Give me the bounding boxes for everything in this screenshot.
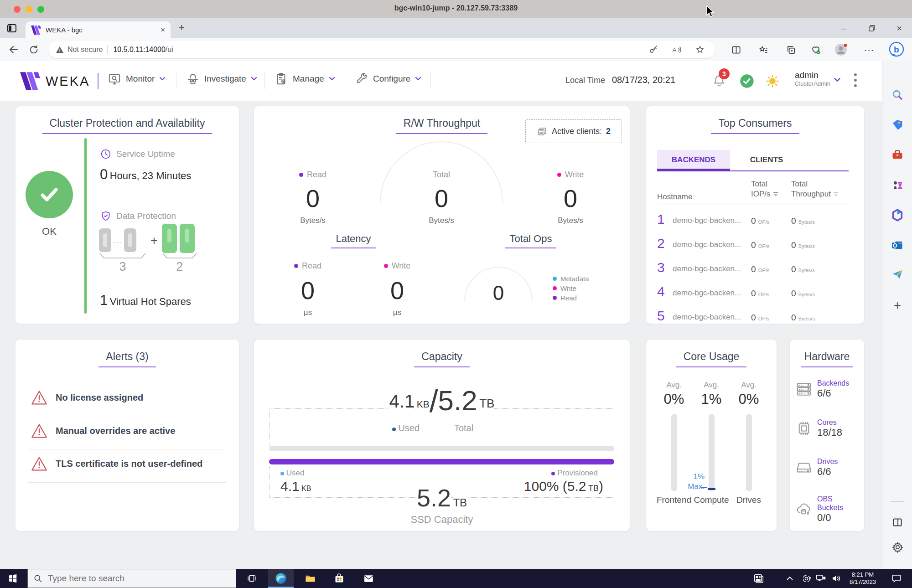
tab-clients[interactable]: CLIENTS <box>730 150 803 170</box>
tab-close-icon[interactable]: × <box>161 26 165 35</box>
nav-divider <box>176 73 176 89</box>
nav-item-configure[interactable]: Configure <box>355 72 421 86</box>
consumer-row[interactable]: 3 demo-bgc-backen... 0 OP/s 0 Bytes/s <box>657 257 849 281</box>
col-unit: Bytes/s <box>276 216 349 225</box>
consumer-row[interactable]: 5 demo-bgc-backen... 0 OP/s 0 Bytes/s <box>657 305 849 330</box>
consumer-row[interactable]: 4 demo-bgc-backen... 0 OP/s 0 Bytes/s <box>657 281 849 305</box>
browser-tab[interactable]: WEKA - bgc × <box>26 21 171 38</box>
tab-strip: WEKA - bgc × + – × <box>0 18 912 38</box>
nav-item-manage[interactable]: Manage <box>275 72 335 86</box>
hardware-item-drives[interactable]: Drives6/6 <box>795 457 838 478</box>
tab-title: WEKA - bgc <box>46 26 161 34</box>
favorites-icon[interactable] <box>757 43 770 56</box>
sidebar-outlook-icon[interactable] <box>890 238 905 253</box>
nav-item-investigate[interactable]: Investigate <box>186 72 257 86</box>
sidebar-panel-toggle-icon[interactable] <box>890 515 905 530</box>
windows-logo-icon <box>8 573 18 583</box>
network-icon[interactable] <box>813 569 829 588</box>
password-key-icon[interactable] <box>648 45 658 55</box>
provisioned-progress-bar <box>269 459 614 464</box>
collections-icon[interactable] <box>784 43 797 56</box>
window-minimize-button[interactable]: – <box>831 18 856 38</box>
theme-toggle-sun-icon[interactable] <box>765 74 780 88</box>
monitor-icon <box>108 72 121 86</box>
user-chevron-down-icon[interactable] <box>834 77 841 83</box>
hardware-item-cores[interactable]: Cores18/18 <box>795 418 842 438</box>
edge-sidebar: + <box>882 61 912 569</box>
tab-actions-menu-icon[interactable] <box>6 23 17 34</box>
hw-label: OBS Buckets <box>817 495 859 512</box>
hardware-item-backends[interactable]: Backends6/6 <box>795 379 849 399</box>
user-menu[interactable]: admin ClusterAdmin <box>795 70 830 87</box>
sidebar-settings-gear-icon[interactable] <box>890 540 905 554</box>
new-tab-button[interactable]: + <box>179 22 185 34</box>
sidebar-m365-icon[interactable] <box>890 208 905 222</box>
volume-icon[interactable] <box>828 569 845 588</box>
search-input[interactable] <box>47 573 230 584</box>
brand-text: WEKA <box>46 74 90 89</box>
microsoft-store-button[interactable] <box>326 569 352 588</box>
hot-spares-row: 1 Virtual Hot Spares <box>100 292 191 309</box>
clock-date: 8/17/2023 <box>845 578 881 586</box>
action-center-icon[interactable] <box>886 569 907 588</box>
mail-button[interactable] <box>356 569 381 588</box>
nav-item-monitor[interactable]: Monitor <box>108 72 166 86</box>
sidebar-search-icon[interactable] <box>890 88 905 102</box>
throughput-total-col: Total 0 Bytes/s <box>405 170 478 225</box>
taskbar-clock[interactable]: 8:21 PM 8/17/2023 <box>845 569 881 588</box>
max-marker[interactable] <box>708 488 715 490</box>
tab-backends[interactable]: BACKENDS <box>657 150 730 170</box>
hw-label: Backends <box>817 379 849 387</box>
task-view-button[interactable] <box>239 569 264 588</box>
write-dot <box>384 264 388 268</box>
capacity-headline: 4.1 KB/5.2 TB <box>254 383 630 419</box>
browser-essentials-icon[interactable] <box>809 43 822 56</box>
refresh-icon[interactable] <box>27 43 40 56</box>
store-icon <box>334 573 345 584</box>
hardware-item-obs-buckets[interactable]: OBS Buckets0/0 <box>795 495 859 524</box>
avg-label: Avg. <box>694 381 729 390</box>
read-aloud-icon[interactable]: A <box>671 45 682 55</box>
col-total-iops[interactable]: Total IOP/s <box>751 179 778 199</box>
weka-logo[interactable]: WEKA <box>20 72 90 90</box>
nav-divider <box>430 73 431 89</box>
settings-more-icon[interactable]: ··· <box>863 43 876 56</box>
mouse-cursor <box>706 5 717 18</box>
file-explorer-button[interactable] <box>297 569 323 588</box>
sidebar-drop-icon[interactable] <box>890 267 905 282</box>
sort-filter-icon[interactable] <box>773 192 778 197</box>
sidebar-shopping-icon[interactable] <box>890 118 905 132</box>
card-title: R/W Throughput <box>396 117 487 134</box>
sidebar-add-icon[interactable]: + <box>890 298 905 313</box>
cluster-status-badge[interactable] <box>740 74 754 88</box>
split-screen-icon[interactable] <box>730 43 742 56</box>
profile-avatar[interactable] <box>834 43 847 56</box>
manage-icon <box>275 72 288 86</box>
kebab-menu-icon[interactable]: ••• <box>854 72 857 88</box>
tray-chevron-up-icon[interactable] <box>782 569 798 588</box>
col-total-throughput[interactable]: Total Throughput <box>791 179 839 199</box>
start-button[interactable] <box>0 569 26 588</box>
local-time-value: 08/17/23, 20:21 <box>612 75 675 85</box>
weka-nav-bar: WEKA Monitor Investigate Manage Configur… <box>0 61 882 101</box>
address-bar[interactable]: Not secure 10.5.0.11:14000 /ui A <box>48 41 715 58</box>
consumer-row[interactable]: 1 demo-bgc-backen... 0 OP/s 0 Bytes/s <box>657 209 849 233</box>
window-close-button[interactable]: × <box>886 18 912 38</box>
remote-session-icon[interactable] <box>798 569 814 588</box>
notifications-bell[interactable]: 3 <box>711 73 727 88</box>
back-icon[interactable] <box>7 43 20 56</box>
favorite-star-icon[interactable] <box>695 45 705 55</box>
sidebar-tools-icon[interactable] <box>890 148 905 162</box>
sort-filter-icon[interactable] <box>833 192 839 197</box>
taskbar-search-box[interactable] <box>27 569 236 588</box>
window-restore-button[interactable] <box>859 18 885 38</box>
active-clients-box[interactable]: Active clients: 2 <box>525 119 622 143</box>
widgets-news-icon[interactable] <box>749 569 769 588</box>
copilot-icon[interactable]: b <box>887 41 906 59</box>
consumer-row[interactable]: 2 demo-bgc-backen... 0 OP/s 0 Bytes/s <box>657 233 849 257</box>
latency-write-col: Write 0 µs <box>361 261 434 317</box>
sidebar-games-icon[interactable] <box>890 178 905 192</box>
row-throughput: 0 Bytes/s <box>791 289 815 299</box>
edge-taskbar-button[interactable] <box>268 569 294 588</box>
alert-item: Manual overrides are active <box>31 423 175 438</box>
